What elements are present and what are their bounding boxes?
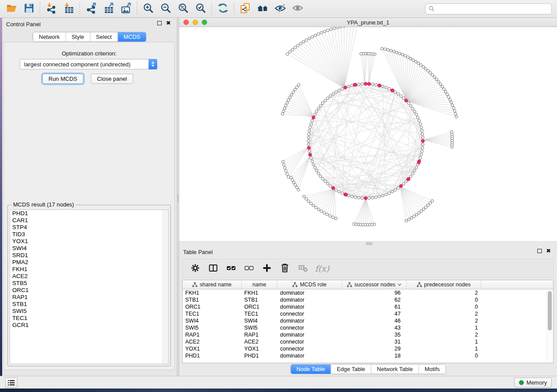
network-graph[interactable] bbox=[179, 27, 557, 241]
zoom-fit-button[interactable] bbox=[174, 1, 192, 16]
result-list-scrollbar[interactable] bbox=[163, 210, 168, 364]
tab-select[interactable]: Select bbox=[90, 32, 118, 41]
refresh-button[interactable] bbox=[214, 1, 232, 16]
column-header-predecessor-nodes[interactable]: predecessor nodes bbox=[407, 280, 481, 289]
add-column-button[interactable] bbox=[259, 261, 274, 276]
list-icon bbox=[7, 379, 15, 386]
settings-gear-button[interactable] bbox=[188, 261, 203, 276]
clone-network-button[interactable] bbox=[236, 1, 254, 16]
hide-selected-button[interactable] bbox=[271, 1, 289, 16]
import-network-button[interactable] bbox=[42, 1, 60, 16]
table-scrollbar-thumb[interactable] bbox=[548, 291, 552, 330]
show-panels-list-button[interactable] bbox=[5, 378, 17, 388]
zoom-in-button[interactable] bbox=[139, 1, 157, 16]
first-neighbors-button[interactable] bbox=[254, 1, 271, 16]
search-box bbox=[425, 3, 552, 14]
float-panel-icon[interactable] bbox=[157, 21, 162, 25]
mcds-result-node[interactable]: CAR1 bbox=[10, 217, 168, 224]
cell-name: ACE2 bbox=[242, 338, 277, 345]
cell-shared-name: STB1 bbox=[183, 296, 242, 303]
close-panel-button[interactable]: Close panel bbox=[91, 74, 133, 84]
tab-mcds[interactable]: MCDS bbox=[118, 32, 146, 41]
mcds-result-node[interactable]: SWI4 bbox=[10, 245, 168, 252]
split-columns-icon bbox=[208, 263, 218, 275]
memory-button[interactable]: Memory bbox=[514, 378, 552, 388]
search-input[interactable] bbox=[425, 3, 552, 14]
export-network-button[interactable] bbox=[82, 1, 100, 16]
deselect-all-checkboxes-button[interactable] bbox=[242, 261, 256, 276]
toolbar-separator bbox=[211, 2, 212, 15]
mcds-result-node[interactable]: STB1 bbox=[10, 301, 168, 308]
attribute-type-icon bbox=[292, 282, 298, 287]
column-header-successor-nodes[interactable]: successor nodes bbox=[342, 280, 407, 289]
splitter-grip[interactable] bbox=[366, 242, 372, 245]
table-row[interactable]: SWI4SWI4dominator462 bbox=[183, 317, 553, 324]
tab-network[interactable]: Network bbox=[33, 32, 66, 41]
table-row[interactable]: ORC1ORC1dominator610 bbox=[183, 303, 553, 310]
float-panel-icon[interactable] bbox=[537, 249, 542, 253]
clone-network-icon bbox=[239, 2, 251, 15]
mcds-result-node[interactable]: PMA2 bbox=[10, 259, 168, 266]
close-panel-icon[interactable]: ✖ bbox=[166, 21, 171, 25]
delete-table-button[interactable] bbox=[295, 261, 310, 276]
mcds-result-node[interactable]: ACE2 bbox=[10, 273, 168, 280]
mcds-result-node[interactable]: TID3 bbox=[10, 231, 168, 238]
table-row[interactable]: STB1STB1dominator620 bbox=[183, 296, 553, 303]
tab-style[interactable]: Style bbox=[66, 32, 90, 41]
select-all-checkboxes-button[interactable] bbox=[224, 261, 239, 276]
function-builder-button[interactable]: f(x) bbox=[313, 264, 331, 273]
show-all-button[interactable] bbox=[289, 1, 306, 16]
tab-motifs[interactable]: Motifs bbox=[419, 364, 446, 374]
mcds-result-node[interactable]: SRD1 bbox=[10, 252, 168, 259]
cell-shared-name: SWI5 bbox=[183, 324, 242, 331]
tab-node-table[interactable]: Node Table bbox=[291, 364, 331, 374]
cell-mcds-role: dominator bbox=[277, 352, 342, 359]
table-row[interactable]: RAP1RAP1dominator352 bbox=[183, 331, 553, 338]
open-file-button[interactable] bbox=[3, 1, 20, 16]
table-row[interactable]: YOX1YOX1connector291 bbox=[183, 345, 553, 352]
mcds-result-list[interactable]: PHD1CAR1STP4TID3YOX1SWI4SRD1PMA2FKH1ACE2… bbox=[10, 210, 169, 364]
close-panel-icon[interactable]: ✖ bbox=[546, 249, 551, 253]
export-table-button[interactable] bbox=[100, 1, 117, 16]
cell-predecessor-nodes: 0 bbox=[407, 296, 481, 303]
network-canvas[interactable] bbox=[179, 27, 557, 241]
horizontal-splitter[interactable] bbox=[179, 241, 557, 246]
import-table-button[interactable] bbox=[60, 1, 77, 16]
run-mcds-button[interactable]: Run MCDS bbox=[42, 74, 83, 84]
mcds-result-node[interactable]: STB5 bbox=[10, 280, 168, 287]
column-header-MCDS-role[interactable]: MCDS role bbox=[277, 280, 342, 289]
mcds-result-node[interactable]: YOX1 bbox=[10, 238, 168, 245]
attribute-type-icon bbox=[417, 282, 422, 287]
mcds-result-node[interactable]: STP4 bbox=[10, 224, 168, 231]
table-row[interactable]: TEC1TEC1connector472 bbox=[183, 310, 553, 317]
column-label: name bbox=[253, 282, 266, 288]
column-header-shared-name[interactable]: shared name bbox=[183, 280, 242, 289]
mcds-result-node[interactable]: SWI5 bbox=[10, 308, 168, 315]
column-header-name[interactable]: name bbox=[242, 280, 277, 289]
mcds-result-node[interactable]: RAP1 bbox=[10, 294, 168, 301]
zoom-selected-button[interactable] bbox=[192, 1, 209, 16]
mcds-result-node[interactable]: FKH1 bbox=[10, 266, 168, 273]
mcds-result-node[interactable]: ORC1 bbox=[10, 287, 168, 294]
table-row[interactable]: SWI5SWI5connector431 bbox=[183, 324, 553, 331]
split-columns-button[interactable] bbox=[206, 261, 221, 276]
table-row[interactable]: FKH1FKH1dominator962 bbox=[183, 289, 553, 296]
criterion-dropdown[interactable]: largest connected component (undirected) bbox=[20, 59, 157, 69]
network-window-titlebar[interactable]: YPA_prune.txt_1 bbox=[179, 18, 557, 27]
table-row[interactable]: PHD1PHD1dominator180 bbox=[183, 352, 553, 359]
add-column-icon bbox=[262, 263, 272, 275]
toolbar-separator bbox=[40, 2, 40, 15]
tab-edge-table[interactable]: Edge Table bbox=[331, 364, 371, 374]
cell-mcds-role: dominator bbox=[277, 303, 342, 310]
table-row[interactable]: ACE2ACE2connector311 bbox=[183, 338, 553, 345]
mcds-result-node[interactable]: GCR1 bbox=[10, 322, 168, 329]
mcds-result-node[interactable]: PHD1 bbox=[10, 210, 168, 217]
table-scrollbar[interactable] bbox=[547, 290, 553, 362]
zoom-out-button[interactable] bbox=[157, 1, 174, 16]
export-image-button[interactable] bbox=[117, 1, 135, 16]
delete-column-button[interactable] bbox=[277, 261, 292, 276]
splitter-grip[interactable] bbox=[177, 195, 179, 202]
mcds-result-node[interactable]: TEC1 bbox=[10, 315, 168, 322]
tab-network-table[interactable]: Network Table bbox=[371, 364, 419, 374]
save-session-button[interactable] bbox=[20, 1, 38, 16]
